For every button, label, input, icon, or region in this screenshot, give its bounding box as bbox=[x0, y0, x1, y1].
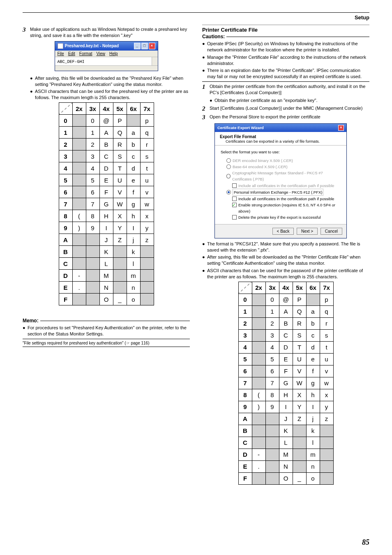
step-number: 2 bbox=[202, 105, 210, 112]
wizard-title: Certificate Export Wizard bbox=[217, 125, 264, 130]
close-button[interactable]: × bbox=[149, 43, 155, 49]
radio-pkcs7[interactable]: Cryptographic Message Syntax Standard - … bbox=[226, 170, 342, 182]
cert-wizard-figure: Certificate Export Wizard × Export File … bbox=[214, 123, 347, 238]
radio-der[interactable]: DER encoded binary X.509 (.CER) bbox=[226, 157, 342, 164]
ascii-table-right: 2x3x4x5x6x7x00@Pp11AQaq22BRbr33CScs44DTd… bbox=[238, 282, 334, 485]
memo-bullet: For procedures to set "Preshared Key Aut… bbox=[28, 325, 190, 337]
next-button[interactable]: Next > bbox=[297, 228, 318, 235]
check-p7b-include[interactable]: Include all certificates in the certific… bbox=[232, 183, 342, 189]
maximize-button[interactable]: □ bbox=[141, 43, 148, 49]
step-text: Obtain the printer certificate from the … bbox=[210, 83, 369, 96]
radio-base64[interactable]: Base-64 encoded X.509 (.CER) bbox=[226, 164, 342, 170]
memo-heading: Memo: bbox=[23, 318, 190, 324]
memo-link: "File settings required for preshared ke… bbox=[23, 339, 190, 347]
wizard-head-bold: Export File Format bbox=[220, 134, 256, 139]
check-pfx-strong[interactable]: Enable strong protection (requires IE 5.… bbox=[232, 202, 342, 214]
notepad-title: Preshared.key.txt - Notepad bbox=[65, 44, 119, 48]
step-number: 3 bbox=[23, 26, 30, 33]
section-header: Setup bbox=[23, 14, 369, 21]
wizard-head-text: Certificates can be exported in a variet… bbox=[226, 139, 320, 143]
caution-text: Operate IPSec (IP Security) on Windows b… bbox=[207, 41, 369, 53]
notepad-figure: Preshared.key.txt - Notepad _ □ × File E… bbox=[55, 41, 158, 71]
close-button[interactable]: × bbox=[338, 125, 344, 131]
wizard-prompt: Select the format you want to use: bbox=[221, 149, 342, 155]
check-pfx-delete[interactable]: Delete the private key if the export is … bbox=[232, 214, 342, 220]
bullet-text: After saving, this file will be download… bbox=[207, 254, 369, 266]
check-pfx-include[interactable]: Include all certificates in the certific… bbox=[232, 196, 342, 202]
ascii-table-left: 2x3x4x5x6x7x00@Pp11AQaq22BRbr33CScs44DTd… bbox=[59, 102, 154, 305]
bullet-text: Obtain the printer certificate as an "ex… bbox=[214, 97, 318, 104]
cautions-heading: Cautions: bbox=[202, 34, 369, 39]
step-text: Start [Certificates (Local Computer)] un… bbox=[210, 105, 369, 111]
bullet-text: ASCII characters that can be used for th… bbox=[207, 268, 369, 280]
step-number: 1 bbox=[202, 83, 210, 90]
section-title: Printer Certificate File bbox=[202, 27, 369, 33]
bullet-text: The format is "PKCS#12". Make sure that … bbox=[207, 241, 369, 253]
bullet-text: After saving, this file will be download… bbox=[35, 75, 190, 88]
step-text: Open the Personal Store to export the pr… bbox=[210, 114, 369, 120]
cancel-button[interactable]: Cancel bbox=[321, 228, 342, 235]
radio-pkcs12[interactable]: Personal Information Exchange - PKCS #12… bbox=[226, 189, 342, 196]
step-text: Make use of applications such as Windows… bbox=[30, 26, 190, 39]
notepad-icon bbox=[58, 43, 63, 49]
bullet-text: ASCII characters that can be used for th… bbox=[35, 88, 190, 101]
minimize-button[interactable]: _ bbox=[134, 43, 141, 49]
notepad-menu[interactable]: File Edit Format View Help bbox=[55, 51, 158, 57]
page-number: 85 bbox=[362, 538, 369, 547]
back-button[interactable]: < Back bbox=[272, 228, 294, 235]
caution-text: Manage the "Printer Certificate File" ac… bbox=[207, 54, 369, 67]
notepad-content: ABC_DEF-GHI bbox=[58, 60, 85, 64]
step-number: 3 bbox=[202, 114, 210, 121]
caution-text: There is an expiration date for the "Pri… bbox=[207, 67, 369, 80]
